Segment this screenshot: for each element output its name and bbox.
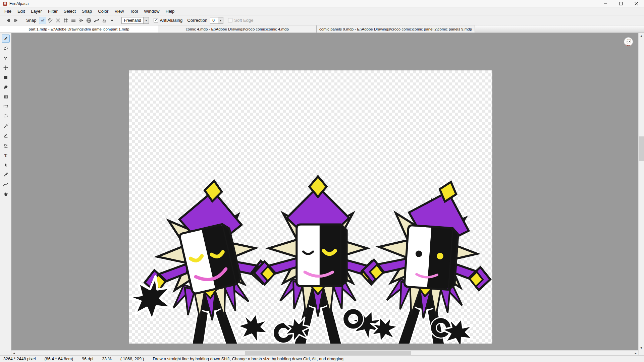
snap-grid-button[interactable] [62, 17, 69, 24]
menu-item[interactable]: Help [162, 8, 177, 14]
snap-toolbar: Snap off Freehand ▾ ✓ AntiAliasing Corre… [0, 15, 644, 25]
move-tool-button[interactable] [2, 64, 10, 72]
close-button[interactable] [629, 0, 644, 7]
snap-parallel-icon [48, 18, 53, 23]
document-tab[interactable]: comic panels 9.mdp - E:\Adobe Drawings\c… [317, 25, 475, 33]
snap-vanishing-icon [79, 18, 84, 23]
select-rect-tool-button[interactable] [2, 103, 10, 111]
fill-rect-icon [3, 75, 8, 80]
tool-palette: T [0, 33, 11, 355]
eyedropper-tool-button[interactable] [2, 171, 10, 179]
menu-item[interactable]: View [111, 8, 127, 14]
document-tab[interactable]: comic 4.mdp - E:\Adobe Drawings\croco co… [158, 25, 317, 33]
horizontal-scroll-track[interactable] [17, 351, 633, 355]
gradient-icon [3, 94, 8, 100]
stroke-type-dropdown[interactable]: Freehand ▾ [121, 17, 149, 24]
nav-forward-button[interactable] [12, 17, 20, 24]
maximize-button[interactable] [613, 0, 629, 7]
select-pen-icon [3, 133, 8, 138]
antialiasing-checkbox[interactable]: ✓ AntiAliasing [154, 18, 182, 23]
chevron-down-icon: ▾ [218, 17, 223, 23]
vertical-scroll-thumb[interactable] [639, 136, 644, 161]
canvas-size-text: 3264 * 2448 pixel [3, 357, 36, 361]
snap-horizontal-button[interactable] [70, 17, 77, 24]
select-pen-tool-button[interactable] [2, 132, 10, 140]
zoom-level-text: 33 % [102, 357, 112, 361]
menu-item[interactable]: Edit [14, 8, 28, 14]
alpaca-avatar-button[interactable] [624, 37, 633, 46]
snap-cross-button[interactable] [54, 17, 62, 24]
menu-item[interactable]: Color [95, 8, 111, 14]
scroll-up-arrow[interactable]: ▴ [639, 33, 644, 38]
magic-wand-tool-button[interactable] [2, 122, 10, 130]
horizontal-scrollbar[interactable]: ◂ ▸ [11, 350, 638, 355]
document-tab-label: comic panels 9.mdp - E:\Adobe Drawings\c… [319, 27, 472, 31]
document-tab[interactable]: part 1.mdp - E:\Adobe Drawings\dim game … [0, 25, 158, 33]
stroke-type-value: Freehand [122, 18, 143, 23]
snap-concentric-icon [87, 18, 91, 23]
snap-grid-icon [63, 18, 68, 23]
text-tool-button[interactable]: T [2, 151, 10, 159]
eraser-tool-button[interactable] [2, 44, 10, 52]
nav-back-button[interactable] [4, 17, 12, 24]
snap-perspective-button[interactable] [101, 17, 108, 24]
jester-right [357, 169, 492, 344]
correction-dropdown[interactable]: 0 ▾ [210, 17, 223, 24]
snap-point-button[interactable] [108, 17, 116, 24]
checkbox-check-icon: ✓ [154, 18, 158, 22]
menu-item[interactable]: Select [61, 8, 79, 14]
snap-parallel-button[interactable] [47, 17, 54, 24]
text-icon: T [3, 153, 8, 158]
menu-item[interactable]: Snap [79, 8, 95, 14]
main-area: T [0, 33, 644, 355]
snap-cross-icon [56, 18, 60, 23]
scroll-left-arrow[interactable]: ◂ [11, 351, 17, 355]
select-rect-icon [3, 104, 8, 109]
soft-edge-label: Soft Edge [234, 18, 253, 23]
menu-item[interactable]: Tool [127, 8, 141, 14]
magic-wand-icon [3, 123, 8, 129]
document-tabbar: part 1.mdp - E:\Adobe Drawings\dim game … [0, 25, 644, 33]
snap-concentric-button[interactable] [85, 17, 93, 24]
canvas-viewport[interactable] [11, 33, 638, 350]
maximize-icon [619, 2, 623, 5]
curve-snap-tool-button[interactable] [2, 180, 10, 188]
document-tab-label: part 1.mdp - E:\Adobe Drawings\dim game … [29, 27, 129, 31]
menu-item[interactable]: Layer [28, 8, 45, 14]
dpi-text: 96 dpi [82, 357, 93, 361]
operation-tool-button[interactable] [2, 161, 10, 169]
snap-perspective-icon [102, 18, 107, 23]
print-size-text: (86.4 * 64.8cm) [45, 357, 73, 361]
scroll-right-arrow[interactable]: ▸ [633, 351, 638, 355]
brush-icon [3, 36, 8, 41]
menu-item[interactable]: Window [141, 8, 162, 14]
hint-text: Draw a straight line by holding down Shi… [153, 357, 343, 361]
snap-vanishing-button[interactable] [77, 17, 85, 24]
lasso-tool-button[interactable] [2, 112, 10, 120]
checkbox-empty-icon [228, 18, 232, 22]
dot-tool-button[interactable] [2, 54, 10, 62]
horizontal-scroll-thumb[interactable] [245, 351, 411, 355]
vertical-scrollbar[interactable]: ▴ ▾ [638, 33, 644, 355]
title-bar: FireAlpaca [0, 0, 644, 7]
correction-value: 0 [210, 18, 218, 23]
scroll-down-arrow[interactable]: ▾ [639, 345, 644, 350]
snap-off-button[interactable]: off [39, 17, 46, 24]
select-eraser-tool-button[interactable] [2, 141, 10, 149]
gradient-tool-button[interactable] [2, 93, 10, 101]
menu-item[interactable]: File [1, 8, 14, 14]
canvas[interactable] [129, 70, 492, 344]
minimize-icon [604, 2, 607, 5]
scrollbar-corner [639, 350, 644, 355]
menu-item[interactable]: Filter [45, 8, 61, 14]
select-eraser-icon [3, 143, 8, 148]
bucket-tool-button[interactable] [2, 83, 10, 91]
fill-rect-tool-button[interactable] [2, 73, 10, 81]
vertical-scroll-track[interactable] [639, 38, 644, 345]
soft-edge-checkbox[interactable]: Soft Edge [228, 18, 253, 23]
brush-tool-button[interactable] [2, 35, 10, 43]
snap-curve-button[interactable] [93, 17, 100, 24]
minimize-button[interactable] [598, 0, 613, 7]
hand-tool-button[interactable] [2, 190, 10, 198]
snap-horizontal-icon [71, 18, 76, 23]
